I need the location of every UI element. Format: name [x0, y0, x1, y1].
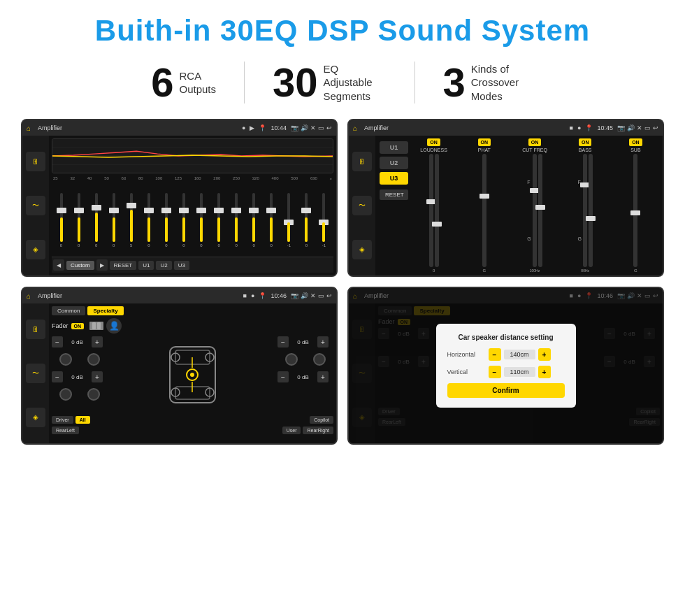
bass-on-btn[interactable]: ON	[579, 138, 592, 146]
eq-u2-btn[interactable]: U2	[156, 261, 171, 270]
stats-row: 6 RCAOutputs 30 EQ AdjustableSegments 3 …	[21, 62, 664, 103]
bass-slider-g[interactable]	[589, 154, 593, 267]
phat-col: ON PHAT G	[460, 138, 508, 273]
btn-driver[interactable]: Driver	[52, 416, 73, 424]
location-icon-2: 📍	[585, 124, 593, 131]
cutfreq-slider-g[interactable]	[538, 154, 542, 267]
phat-slider[interactable]	[482, 154, 486, 267]
u3-btn[interactable]: U3	[380, 172, 408, 185]
fader-label: Fader	[52, 322, 68, 329]
btn-rearleft[interactable]: RearLeft	[52, 427, 79, 434]
speaker-row-bottom: RearLeft User RearRight	[52, 427, 333, 434]
sp-right-row-2: − 0 dB +	[277, 371, 333, 382]
dialog-horizontal-plus[interactable]: +	[538, 348, 551, 361]
bass-slider-f[interactable]	[583, 154, 587, 267]
cutfreq-col: ON CUT FREQ FG	[510, 138, 558, 273]
eq-slider-14[interactable]: -1	[281, 192, 297, 248]
sp-right-minus-1[interactable]: −	[277, 336, 289, 348]
cutfreq-on-btn[interactable]: ON	[528, 138, 542, 146]
sp-right-val-2: 0 dB	[291, 374, 315, 380]
eq-custom-btn[interactable]: Custom	[66, 261, 94, 270]
eq-slider-7[interactable]: 0	[158, 192, 174, 248]
eq-prev-btn[interactable]: ◀	[53, 259, 64, 271]
fader-on-badge[interactable]: ON	[71, 323, 85, 329]
cx-sidebar-btn-2[interactable]: 〜	[352, 196, 372, 215]
svg-point-8	[190, 373, 194, 377]
eq-sidebar-btn-2[interactable]: 〜	[26, 196, 45, 215]
crossover-reset-btn[interactable]: RESET	[380, 189, 408, 200]
eq-sidebar-btn-3[interactable]: ◈	[26, 240, 45, 259]
speaker-position-buttons: Driver All Copilot	[52, 416, 333, 424]
location-icon-3: 📍	[259, 292, 266, 299]
sp-sidebar-btn-2[interactable]: 〜	[26, 364, 45, 383]
eq-slider-11[interactable]: 0	[229, 192, 245, 248]
dialog-vertical-minus[interactable]: −	[489, 366, 501, 378]
speaker-controls-left: − 0 dB + − 0 dB +	[52, 336, 108, 413]
eq-sidebar-btn-1[interactable]: 🎚	[26, 152, 45, 171]
location-icon: 📍	[259, 124, 266, 131]
sp-sidebar-btn-3[interactable]: ◈	[26, 408, 45, 427]
eq-slider-5[interactable]: 5	[123, 192, 139, 248]
screen3-body: 🎚 〜 ◈ Common Specialty Fader ON	[22, 303, 336, 443]
dialog-horizontal-label: Horizontal	[447, 351, 486, 358]
eq-bottom-bar: ◀ Custom ▶ RESET U1 U2 U3	[52, 257, 333, 273]
eq-slider-16[interactable]: -1	[316, 192, 332, 248]
tab-specialty[interactable]: Specialty	[87, 306, 123, 315]
sp-left-plus-2[interactable]: +	[92, 371, 103, 382]
eq-reset-btn[interactable]: RESET	[110, 261, 137, 270]
loudness-label: LOUDNESS	[420, 148, 447, 152]
stat-rca-number: 6	[151, 62, 173, 103]
btn-rearright[interactable]: RearRight	[303, 427, 333, 434]
eq-slider-10[interactable]: 0	[211, 192, 227, 248]
loudness-slider-1[interactable]	[429, 154, 433, 267]
btn-user[interactable]: User	[282, 427, 301, 434]
sp-sidebar-btn-1[interactable]: 🎚	[26, 320, 45, 339]
loudness-on-btn[interactable]: ON	[427, 138, 440, 146]
u2-btn[interactable]: U2	[380, 157, 408, 169]
dialog-horizontal-minus[interactable]: −	[489, 348, 501, 361]
screen2-time: 10:45	[597, 124, 613, 131]
sp-left-plus-1[interactable]: +	[92, 336, 103, 348]
loudness-slider-2[interactable]	[435, 154, 439, 267]
freq-63: 63	[122, 176, 127, 180]
cx-sidebar-btn-3[interactable]: ◈	[352, 240, 372, 259]
sub-on-btn[interactable]: ON	[629, 138, 642, 146]
sp-left-minus-1[interactable]: −	[52, 336, 63, 348]
eq-slider-6[interactable]: 0	[140, 192, 157, 248]
sub-slider[interactable]	[633, 154, 637, 267]
eq-slider-8[interactable]: 0	[175, 192, 192, 248]
eq-u3-btn[interactable]: U3	[174, 261, 189, 270]
sp-right-plus-2[interactable]: +	[317, 371, 329, 382]
sub-label: SUB	[630, 148, 640, 152]
eq-slider-15[interactable]: 0	[298, 192, 315, 248]
eq-u1-btn[interactable]: U1	[138, 261, 154, 270]
u1-btn[interactable]: U1	[380, 141, 408, 154]
cx-sidebar-btn-1[interactable]: 🎚	[352, 152, 372, 171]
tab-common[interactable]: Common	[52, 306, 85, 315]
eq-slider-3[interactable]: 0	[88, 192, 104, 248]
eq-slider-1[interactable]: 0	[53, 192, 69, 248]
eq-slider-12[interactable]: 0	[246, 192, 262, 248]
stat-eq: 30 EQ AdjustableSegments	[245, 62, 414, 103]
confirm-button[interactable]: Confirm	[447, 383, 565, 398]
dialog-vertical-plus[interactable]: +	[538, 366, 551, 378]
home-icon-2: ⌂	[353, 124, 357, 132]
sp-right-minus-2[interactable]: −	[277, 371, 289, 382]
sp-left-row-1: − 0 dB +	[52, 336, 108, 348]
sp-right-plus-1[interactable]: +	[317, 336, 329, 348]
volume-icon: 🔊	[301, 124, 308, 131]
eq-slider-4[interactable]: 0	[106, 192, 122, 248]
eq-slider-2[interactable]: 0	[71, 192, 87, 248]
btn-copilot[interactable]: Copilot	[310, 416, 333, 424]
eq-slider-9[interactable]: 0	[194, 192, 210, 248]
eq-play-btn[interactable]: ▶	[96, 259, 108, 271]
sub-col: ON SUB G	[612, 138, 660, 273]
bass-col: ON BASS FG	[561, 138, 610, 273]
screen1-status-icons: 📷 🔊 ✕ ▭ ↩	[291, 124, 332, 131]
person-icon: 👤	[106, 318, 122, 334]
phat-on-btn[interactable]: ON	[478, 138, 491, 146]
sp-left-minus-2[interactable]: −	[52, 371, 63, 382]
eq-slider-13[interactable]: 0	[264, 192, 280, 248]
cutfreq-slider-f[interactable]	[533, 154, 537, 267]
btn-all[interactable]: All	[75, 416, 90, 424]
